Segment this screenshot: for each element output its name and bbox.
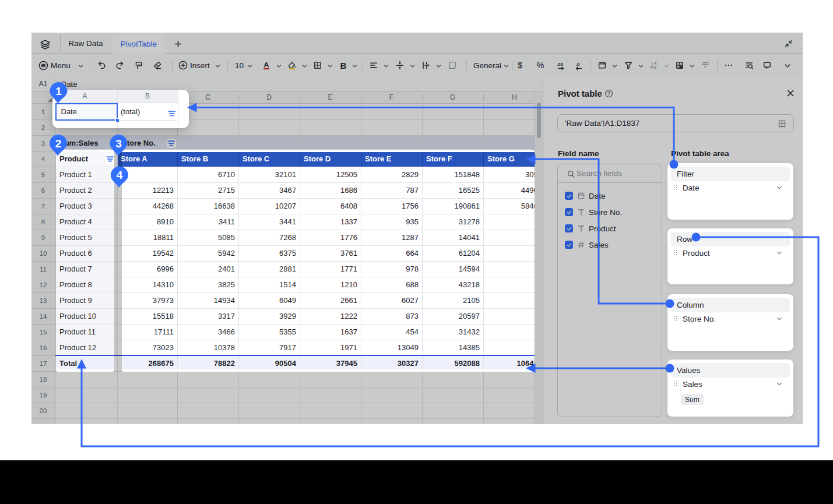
column-header[interactable]: F <box>361 91 422 103</box>
grid-cell[interactable]: 2105 <box>422 292 483 308</box>
grid-cell[interactable]: 2401 <box>177 261 238 277</box>
row-number[interactable]: 4 <box>31 151 55 167</box>
grid-cell[interactable]: 2715 <box>177 182 238 198</box>
row-number[interactable]: 20 <box>31 403 55 418</box>
grid-cell[interactable]: 3441 <box>238 214 300 230</box>
field-checkbox[interactable] <box>565 224 573 232</box>
grid-cell[interactable]: 3929 <box>238 308 300 324</box>
grid-cell[interactable]: 454 <box>361 324 422 340</box>
grid-cell[interactable]: Total <box>55 355 117 371</box>
grid-cell[interactable]: 14041 <box>422 230 483 245</box>
grid-cell[interactable]: Product 3 <box>55 198 117 214</box>
column-header[interactable]: G <box>422 91 483 103</box>
grid-cell[interactable]: Product 2 <box>55 182 117 198</box>
drag-handle-icon[interactable] <box>672 315 679 323</box>
grid-cell[interactable]: 15518 <box>117 308 177 324</box>
grid-cell[interactable]: 1337 <box>300 214 361 230</box>
field-item-store-no-[interactable]: Store No. <box>565 206 656 218</box>
percent-button[interactable]: % <box>535 54 546 77</box>
filter-icon[interactable] <box>624 61 633 70</box>
sheet-tab-rawdata[interactable]: Raw Data <box>65 33 106 54</box>
grid-cell[interactable]: 1222 <box>300 308 361 324</box>
store-no-filter-icon[interactable] <box>167 139 176 148</box>
undo-icon[interactable] <box>97 61 106 70</box>
grid-cell[interactable]: Product 7 <box>55 261 117 277</box>
row-number[interactable]: 14 <box>31 308 55 324</box>
grid-cell[interactable]: Product 4 <box>55 214 117 230</box>
grid-cell[interactable]: 12505 <box>300 167 361 182</box>
cell-style-icon[interactable] <box>597 61 607 70</box>
grid-cell[interactable]: 6049 <box>238 292 300 308</box>
row-number[interactable]: 12 <box>31 277 55 292</box>
grid-cell[interactable]: Store G <box>483 151 535 167</box>
grid-cell[interactable]: 873 <box>361 308 422 324</box>
grid-cell[interactable]: 7917 <box>238 340 300 355</box>
row-number[interactable]: 5 <box>31 167 55 182</box>
row-number[interactable]: 3 <box>31 135 55 151</box>
grid-cell[interactable]: 3467 <box>238 182 300 198</box>
horizontal-align-icon[interactable] <box>369 61 378 70</box>
row-number[interactable]: 13 <box>31 292 55 308</box>
grid-cell[interactable]: Sum:Sales <box>55 135 117 151</box>
grid-cell[interactable]: Store E <box>361 151 422 167</box>
area-box-item[interactable]: Sales <box>672 378 789 390</box>
grid-cell[interactable]: 43218 <box>422 277 483 292</box>
column-header[interactable]: D <box>238 91 300 103</box>
range-input[interactable]: 'Raw Data'!A1:D1837 <box>557 114 794 132</box>
grid-cell[interactable]: Product 12 <box>55 340 117 355</box>
select-all-corner[interactable] <box>31 91 55 103</box>
grid-cell[interactable]: 2661 <box>300 292 361 308</box>
add-sheet-icon[interactable] <box>174 40 182 48</box>
field-checkbox[interactable] <box>565 208 573 216</box>
grid-cell[interactable]: 31278 <box>422 214 483 230</box>
scrollbar-thumb[interactable] <box>537 103 541 138</box>
chevron-down-icon[interactable] <box>776 315 783 322</box>
grid-cell[interactable]: 16525 <box>422 182 483 198</box>
field-checkbox[interactable] <box>565 192 573 200</box>
field-item-product[interactable]: Product <box>565 222 656 235</box>
field-search[interactable]: Search fields <box>558 164 662 183</box>
row-number[interactable]: 6 <box>31 182 55 198</box>
grid-cell[interactable]: 90504 <box>238 355 300 371</box>
grid-cell[interactable]: 3761 <box>300 245 361 261</box>
grid-cell[interactable]: 6408 <box>300 198 361 214</box>
grid-cell[interactable]: 5085 <box>177 230 238 245</box>
grid-cell[interactable]: 935 <box>361 214 422 230</box>
currency-button[interactable]: $ <box>515 54 525 77</box>
grid-cell[interactable]: 12213 <box>117 182 177 198</box>
row-number[interactable]: 11 <box>31 261 55 277</box>
grid-cell[interactable]: 6710 <box>177 167 238 182</box>
grid-cell[interactable]: 1686 <box>300 182 361 198</box>
grid-cell[interactable]: Product 5 <box>55 230 117 245</box>
wrap-chevron-icon[interactable] <box>435 63 442 69</box>
grid-cell[interactable]: 17111 <box>117 324 177 340</box>
sum-chip[interactable]: Sum <box>681 394 704 405</box>
borders-icon[interactable] <box>313 61 322 70</box>
all-sheets-icon[interactable] <box>40 39 51 50</box>
grid-cell[interactable]: 592088 <box>422 355 483 371</box>
row-number[interactable]: 8 <box>31 214 55 230</box>
grid-cell[interactable]: 1756 <box>361 198 422 214</box>
fill-color-icon[interactable] <box>287 61 297 70</box>
text-wrap-icon[interactable] <box>421 61 431 70</box>
grid-cell[interactable]: 7268 <box>238 230 300 245</box>
row-number[interactable]: 9 <box>31 230 55 245</box>
grid-cell[interactable]: 37973 <box>117 292 177 308</box>
grid-cell[interactable]: 1971 <box>300 340 361 355</box>
find-replace-icon[interactable] <box>744 61 754 70</box>
grid-cell[interactable]: 664 <box>361 245 422 261</box>
grid-cell[interactable]: 5355 <box>238 324 300 340</box>
row-number[interactable]: 15 <box>31 324 55 340</box>
drag-handle-icon[interactable] <box>672 249 679 257</box>
grid-cell[interactable]: Store C <box>238 151 300 167</box>
field-item-sales[interactable]: Sales <box>565 238 656 251</box>
grid-cell[interactable]: Product 1 <box>55 167 117 182</box>
row-number[interactable]: 16 <box>31 340 55 355</box>
grid-cell[interactable]: 3411 <box>177 214 238 230</box>
grid-cell[interactable]: 978 <box>361 261 422 277</box>
grid-cell[interactable]: 14310 <box>117 277 177 292</box>
column-header[interactable]: E <box>300 91 361 103</box>
grid-cell[interactable]: 5942 <box>177 245 238 261</box>
grid-cell[interactable]: 16638 <box>177 198 238 214</box>
menu-label[interactable]: Menu <box>51 54 71 77</box>
